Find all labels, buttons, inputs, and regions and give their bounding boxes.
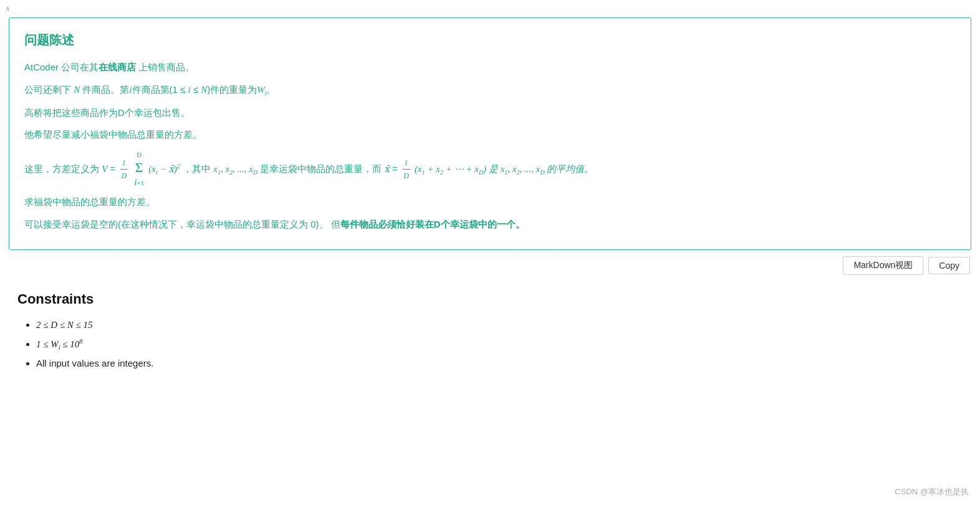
para3-1-text: 高桥将把这些商品作为D个幸运包出售。 <box>24 107 190 118</box>
fraction-1-d: 1 D <box>119 156 128 183</box>
para1-end: 上销售商品。 <box>136 62 195 72</box>
collapse-icon[interactable]: ∧ <box>0 0 16 17</box>
copy-button[interactable]: Copy <box>928 257 970 274</box>
formula-body: (xi − x̄)2 <box>148 164 180 174</box>
sigma-block: D Σ i=1 <box>134 149 144 190</box>
constraint-item-3: All input values are integers. <box>36 355 963 372</box>
para4-prefix: 这里，方差定义为 V = <box>24 163 118 174</box>
constraint-1-math: 2 ≤ D ≤ N ≤ 15 <box>36 320 93 330</box>
constraint-2-math: 1 ≤ Wi ≤ 108 <box>36 339 82 349</box>
para-4-formula: 这里，方差定义为 V = 1 D D Σ i=1 (xi − x̄)2 ，其中 … <box>24 149 956 190</box>
constraints-title: Constraints <box>17 287 963 310</box>
page-wrapper: ∧ 问题陈述 AtCoder 公司在其在线商店 上销售商品。 公司还剩下 N 件… <box>0 0 980 505</box>
para-3-1: 高桥将把这些商品作为D个幸运包出售。 <box>24 105 956 121</box>
constraint-3-text: All input values are integers. <box>36 358 153 368</box>
formula-mean: (x1 + x2 + ⋯ + xD) 是 x1, x2, ..., xD 的平均… <box>415 164 593 174</box>
constraint-item-2: 1 ≤ Wi ≤ 108 <box>36 336 963 353</box>
para-2: 公司还剩下 N 件商品。第i件商品第(1 ≤ i ≤ N)件的重量为Wi。 <box>24 82 956 99</box>
para-1: AtCoder 公司在其在线商店 上销售商品。 <box>24 59 956 75</box>
markdown-view-button[interactable]: MarkDown视图 <box>843 256 923 275</box>
para5-2-bold: 每件物品必须恰好装在D个幸运袋中的一个。 <box>340 219 525 229</box>
constraints-section: Constraints 2 ≤ D ≤ N ≤ 15 1 ≤ Wi ≤ 108 … <box>0 281 980 386</box>
para2-text: 公司还剩下 N 件商品。第i件商品第(1 ≤ i ≤ N)件的重量为Wi。 <box>24 84 276 95</box>
para1-bold: 在线商店 <box>98 62 136 72</box>
para-3-2: 他希望尽量减小福袋中物品总重量的方差。 <box>24 127 956 143</box>
para5-2-text: 可以接受幸运袋是空的(在这种情况下，幸运袋中物品的总重量定义为 0)、 但 <box>24 219 340 229</box>
para-5-2: 可以接受幸运袋是空的(在这种情况下，幸运袋中物品的总重量定义为 0)、 但每件物… <box>24 216 956 233</box>
watermark: CSDN @寒冰也是执 <box>895 485 969 499</box>
para-5-1: 求福袋中物品的总重量的方差。 <box>24 194 956 210</box>
constraint-item-1: 2 ≤ D ≤ N ≤ 15 <box>36 317 963 334</box>
constraints-list: 2 ≤ D ≤ N ≤ 15 1 ≤ Wi ≤ 108 All input va… <box>17 317 963 371</box>
para4-mid: ，其中 x1, x2, ..., xD 是幸运袋中物品的总重量，而 x̄ = <box>183 163 400 174</box>
para1-text: AtCoder 公司在其 <box>24 62 98 72</box>
para3-2-text: 他希望尽量减小福袋中物品总重量的方差。 <box>24 129 202 140</box>
toolbar-row: MarkDown视图 Copy <box>0 250 980 281</box>
fraction-1-d-2: 1 D <box>401 156 411 183</box>
problem-box: 问题陈述 AtCoder 公司在其在线商店 上销售商品。 公司还剩下 N 件商品… <box>9 17 971 250</box>
para5-1-text: 求福袋中物品的总重量的方差。 <box>24 196 155 207</box>
section-title: 问题陈述 <box>24 29 956 50</box>
